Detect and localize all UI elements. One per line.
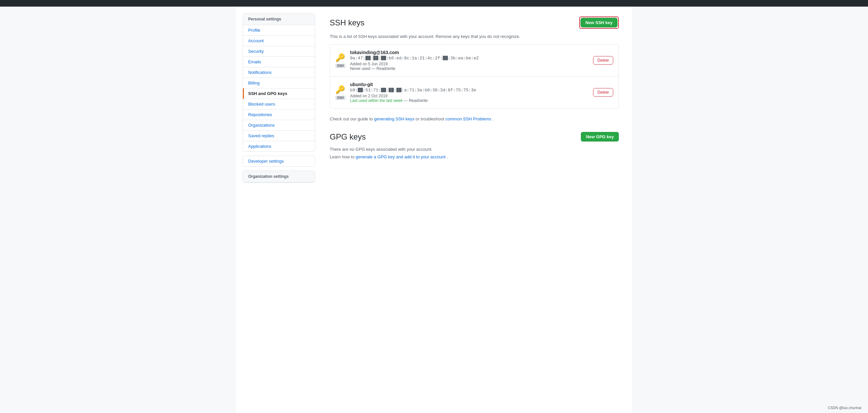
gpg-learn-suffix: . (446, 154, 448, 159)
key-added-1: Added on 5 Jun 2019 (350, 62, 388, 66)
organization-settings-header: Organization settings (243, 171, 315, 183)
key-added-2: Added on 2 Oct 2019 (350, 94, 388, 98)
page-layout: Personal settings Profile Account Securi… (236, 7, 632, 413)
sidebar: Personal settings Profile Account Securi… (243, 13, 315, 406)
key-usage-highlight-2: Last used within the last week (350, 98, 403, 103)
sidebar-item-saved-replies[interactable]: Saved replies (243, 131, 315, 141)
ssh-badge-1: SSH (335, 64, 346, 68)
new-gpg-key-button[interactable]: New GPG key (581, 132, 619, 141)
key-fingerprint-2: b9:██:51:71:██:██:██:a:71:3a:b0:36:3d:8f… (350, 88, 589, 93)
sidebar-item-security[interactable]: Security (243, 46, 315, 57)
key-fingerprint-1: 9a:47:██:██:██:b6:ed:8c:1a:21:4c:2f:██:3… (350, 56, 589, 61)
sidebar-item-billing[interactable]: Billing (243, 78, 315, 88)
key-meta-1: Added on 5 Jun 2019 Never used — Read/wr… (350, 62, 589, 71)
sidebar-item-developer-settings[interactable]: Developer settings (243, 156, 315, 166)
key-icon-wrapper-2: 🔑 SSH (335, 85, 346, 100)
ssh-helper-text: Check out our guide to generating SSH ke… (330, 117, 619, 121)
ssh-section-header: SSH keys New SSH key (330, 17, 619, 29)
ssh-description-text: This is a list of SSH keys associated wi… (330, 34, 619, 39)
delete-key-button-1[interactable]: Delete (593, 56, 613, 65)
sidebar-item-ssh-gpg[interactable]: SSH and GPG keys (243, 88, 315, 99)
ssh-helper-end: . (492, 117, 494, 121)
new-ssh-key-button[interactable]: New SSH key (581, 18, 618, 27)
ssh-helper-mid: or troubleshoot (415, 117, 445, 121)
key-details-2: ubuntu-git b9:██:51:71:██:██:██:a:71:3a:… (350, 82, 589, 103)
organization-settings-section: Organization settings (243, 170, 315, 183)
generate-gpg-key-link[interactable]: generate a GPG key and add it to your ac… (356, 154, 445, 159)
key-icon-wrapper-1: 🔑 SSH (335, 53, 346, 68)
main-content: SSH keys New SSH key This is a list of S… (323, 13, 625, 406)
sidebar-item-notifications[interactable]: Notifications (243, 67, 315, 78)
ssh-key-item-2: 🔑 SSH ubuntu-git b9:██:51:71:██:██:██:a:… (330, 76, 619, 108)
ssh-keys-list: 🔑 SSH tokavinding@163.com 9a:47:██:██:██… (330, 44, 619, 108)
gpg-section-header: GPG keys New GPG key (330, 132, 619, 141)
gpg-empty-text: There are no GPG keys associated with yo… (330, 147, 619, 152)
ssh-section-title: SSH keys (330, 18, 364, 27)
key-usage-1: Never used — Read/write (350, 66, 395, 71)
sidebar-item-profile[interactable]: Profile (243, 25, 315, 36)
key-name-1: tokavinding@163.com (350, 50, 589, 55)
sidebar-item-blocked-users[interactable]: Blocked users (243, 99, 315, 109)
ssh-helper-prefix: Check out our guide to (330, 117, 374, 121)
key-name-2: ubuntu-git (350, 82, 589, 87)
generating-ssh-keys-link[interactable]: generating SSH keys (374, 117, 414, 121)
sidebar-item-organizations[interactable]: Organizations (243, 120, 315, 131)
ssh-badge-2: SSH (335, 96, 346, 100)
sidebar-item-account[interactable]: Account (243, 36, 315, 46)
developer-settings-section: Developer settings (243, 156, 315, 167)
personal-settings-header: Personal settings (243, 13, 315, 25)
footer-text: CSDN @luo.chunhai (828, 406, 861, 410)
common-ssh-problems-link[interactable]: common SSH Problems (445, 117, 491, 121)
gpg-learn-text: Learn how to generate a GPG key and add … (330, 154, 619, 159)
delete-key-button-2[interactable]: Delete (593, 88, 613, 97)
key-details-1: tokavinding@163.com 9a:47:██:██:██:b6:ed… (350, 50, 589, 71)
new-ssh-btn-wrapper: New SSH key (579, 17, 619, 29)
sidebar-item-emails[interactable]: Emails (243, 57, 315, 67)
gpg-section-title: GPG keys (330, 132, 366, 141)
gpg-learn-prefix: Learn how to (330, 154, 356, 159)
sidebar-item-repositories[interactable]: Repositories (243, 109, 315, 120)
personal-settings-section: Personal settings Profile Account Securi… (243, 13, 315, 152)
key-meta-2: Added on 2 Oct 2019 Last used within the… (350, 94, 589, 103)
key-icon-2: 🔑 (335, 85, 345, 94)
key-usage-suffix-2: — Read/write (403, 98, 428, 103)
top-navigation-bar (0, 0, 868, 7)
sidebar-item-applications[interactable]: Applications (243, 141, 315, 151)
gpg-section: GPG keys New GPG key There are no GPG ke… (330, 132, 619, 159)
ssh-key-item-1: 🔑 SSH tokavinding@163.com 9a:47:██:██:██… (330, 44, 619, 76)
key-icon-1: 🔑 (335, 53, 345, 62)
